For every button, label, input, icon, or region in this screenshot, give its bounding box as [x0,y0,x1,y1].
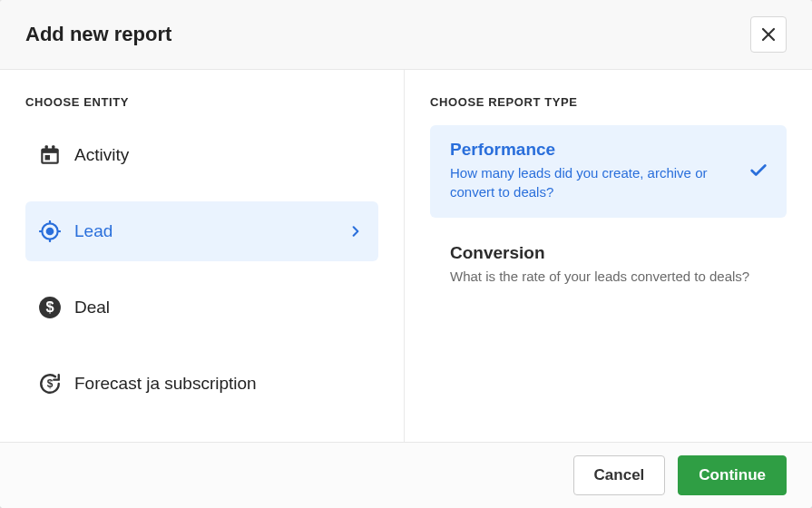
modal-title: Add new report [25,23,171,46]
modal-body: CHOOSE ENTITY Activity Lead [0,70,812,442]
dollar-circle-icon: $ [38,296,74,319]
entity-item-activity[interactable]: Activity [25,125,378,185]
report-type-list: Performance How many leads did you creat… [430,125,787,302]
report-type-text: Performance How many leads did you creat… [450,140,748,201]
close-icon [761,27,776,42]
cancel-button[interactable]: Cancel [573,455,666,495]
target-icon [38,220,74,243]
choose-entity-label: CHOOSE ENTITY [25,95,378,109]
choose-entity-panel: CHOOSE ENTITY Activity Lead [0,70,405,442]
entity-item-label: Activity [74,145,362,165]
entity-list: Activity Lead $ Deal [25,125,378,414]
svg-rect-4 [45,145,48,150]
svg-rect-6 [45,155,50,160]
svg-text:$: $ [47,377,54,390]
choose-report-type-label: CHOOSE REPORT TYPE [430,95,787,109]
refresh-dollar-icon: $ [38,372,74,396]
modal-footer: Cancel Continue [0,442,812,508]
entity-item-lead[interactable]: Lead [25,201,378,261]
close-button[interactable] [750,16,787,53]
report-type-title: Conversion [450,243,750,263]
modal-header: Add new report [0,0,812,70]
report-type-desc: How many leads did you create, archive o… [450,163,730,201]
entity-item-deal[interactable]: $ Deal [25,278,378,337]
report-type-desc: What is the rate of your leads converted… [450,267,750,286]
continue-button[interactable]: Continue [678,455,787,495]
report-type-performance[interactable]: Performance How many leads did you creat… [430,125,787,218]
entity-item-forecast[interactable]: $ Forecast ja subscription [25,354,378,414]
svg-rect-5 [52,145,54,150]
entity-item-label: Lead [74,221,349,241]
calendar-icon [38,143,74,167]
choose-report-type-panel: CHOOSE REPORT TYPE Performance How many … [405,70,812,442]
svg-text:$: $ [45,298,54,315]
check-icon [748,161,768,181]
report-type-text: Conversion What is the rate of your lead… [450,243,768,286]
report-type-title: Performance [450,140,730,160]
entity-item-label: Deal [74,298,362,318]
chevron-right-icon [349,225,362,238]
entity-item-label: Forecast ja subscription [74,374,362,394]
svg-point-8 [47,229,54,235]
add-report-modal: Add new report CHOOSE ENTITY Activity [0,0,812,508]
report-type-conversion[interactable]: Conversion What is the rate of your lead… [430,229,787,302]
